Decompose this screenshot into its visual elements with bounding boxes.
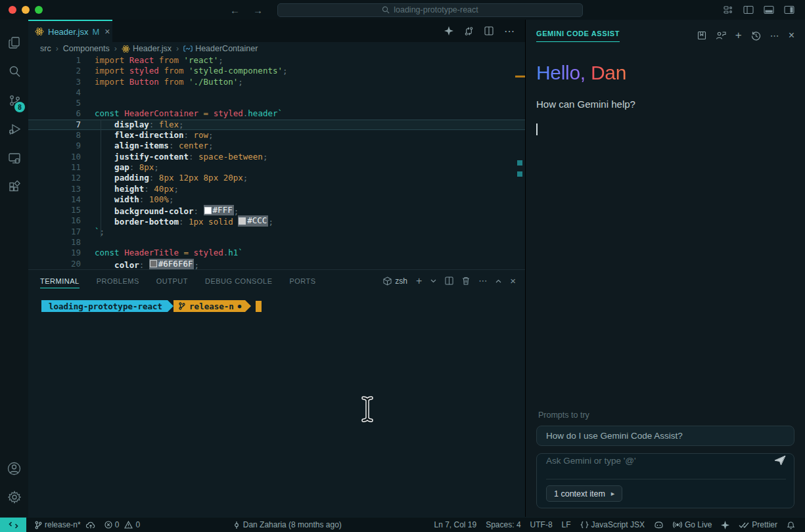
customize-layout-icon[interactable] <box>724 5 733 14</box>
line-number[interactable]: 7 <box>28 120 81 130</box>
code-line[interactable]: 7 display: flex; <box>28 120 525 130</box>
panel-tab-output[interactable]: OUTPUT <box>156 273 188 288</box>
command-center-search[interactable]: loading-prototype-react <box>277 3 583 17</box>
color-decorator[interactable]: #CCC <box>238 215 268 226</box>
breadcrumb-file[interactable]: Header.jsx <box>122 44 172 53</box>
color-swatch-icon[interactable] <box>150 260 157 267</box>
line-number[interactable]: 12 <box>28 173 81 183</box>
code-line[interactable]: 5 <box>28 98 525 108</box>
search-sidebar-icon[interactable] <box>0 57 28 86</box>
color-decorator[interactable]: #FFF <box>204 205 234 215</box>
line-number[interactable]: 19 <box>28 248 81 258</box>
send-icon[interactable] <box>774 455 786 466</box>
code-line[interactable]: 8 flex-direction: row; <box>28 130 525 141</box>
line-number[interactable]: 16 <box>28 215 81 226</box>
line-number[interactable]: 18 <box>28 237 81 248</box>
open-changes-icon[interactable] <box>464 26 474 36</box>
sparkle-status-icon[interactable] <box>716 518 734 532</box>
run-debug-icon[interactable] <box>0 115 28 144</box>
terminal-shell-entry[interactable]: zsh <box>383 277 407 286</box>
new-terminal-icon[interactable]: + <box>416 275 422 287</box>
line-number[interactable]: 13 <box>28 184 81 194</box>
commit-info[interactable]: Dan Zaharia (8 months ago) <box>228 518 346 532</box>
eol-status[interactable]: LF <box>557 518 576 532</box>
accounts-icon[interactable] <box>7 454 22 483</box>
breadcrumb-symbol[interactable]: HeaderContainer <box>183 44 258 53</box>
code-line[interactable]: 3import Button from './Button'; <box>28 77 525 87</box>
code-line[interactable]: 10 justify-content: space-between; <box>28 152 525 162</box>
cursor-position-status[interactable]: Ln 7, Col 19 <box>429 518 481 532</box>
tab-header-jsx[interactable]: Header.jsx M × <box>28 20 112 42</box>
line-number[interactable]: 17 <box>28 227 81 237</box>
source-control-icon[interactable]: 8 <box>0 86 28 115</box>
prettier-status[interactable]: Prettier <box>734 518 782 532</box>
line-number[interactable]: 5 <box>28 98 81 108</box>
code-line[interactable]: 18 <box>28 237 525 248</box>
indentation-status[interactable]: Spaces: 4 <box>481 518 525 532</box>
color-decorator[interactable]: #6F6F6F <box>149 259 195 269</box>
toggle-secondary-sidebar-icon[interactable] <box>784 5 794 14</box>
tab-close-icon[interactable]: × <box>104 26 110 37</box>
code-line[interactable]: 17`; <box>28 227 525 237</box>
gemini-sparkle-icon[interactable] <box>444 26 453 35</box>
code-line[interactable]: 6const HeaderContainer = styled.header` <box>28 108 525 119</box>
notifications-bell-icon[interactable] <box>782 518 800 532</box>
settings-gear-icon[interactable] <box>7 483 22 512</box>
code-line[interactable]: 1import React from 'react'; <box>28 55 525 66</box>
panel-tab-ports[interactable]: PORTS <box>289 273 315 288</box>
code-line[interactable]: 11 gap: 8px; <box>28 162 525 173</box>
line-number[interactable]: 10 <box>28 152 81 162</box>
terminal-dropdown-icon[interactable] <box>430 279 436 283</box>
line-number[interactable]: 14 <box>28 194 81 205</box>
remote-indicator-button[interactable] <box>0 518 26 532</box>
code-line[interactable]: 12 padding: 8px 12px 8px 20px; <box>28 173 525 183</box>
line-number[interactable]: 20 <box>28 259 81 269</box>
prompt-suggestion-button[interactable]: How do I use Gemini Code Assist? <box>536 426 794 446</box>
close-window-button[interactable] <box>9 6 16 14</box>
close-gemini-icon[interactable]: × <box>789 30 794 41</box>
context-items-button[interactable]: 1 context item ▸ <box>546 485 622 502</box>
breadcrumb-src[interactable]: src <box>40 44 51 53</box>
line-number[interactable]: 3 <box>28 77 81 87</box>
gemini-input-box[interactable]: Ask Gemini or type '@' 1 context item ▸ <box>536 453 794 508</box>
line-number[interactable]: 4 <box>28 87 81 98</box>
explorer-icon[interactable] <box>0 28 28 57</box>
color-swatch-icon[interactable] <box>239 217 246 225</box>
line-number[interactable]: 1 <box>28 55 81 66</box>
code-line[interactable]: 16 border-bottom: 1px solid #CCC; <box>28 215 525 226</box>
toggle-panel-icon[interactable] <box>764 5 774 14</box>
code-line[interactable]: 2import styled from 'styled-components'; <box>28 66 525 76</box>
feedback-icon[interactable] <box>716 31 726 40</box>
terminal-body[interactable]: loading-prototype-react release-n ● <box>28 292 525 517</box>
breadcrumb-components[interactable]: Components <box>63 44 110 53</box>
close-panel-icon[interactable]: × <box>510 275 516 286</box>
history-back-icon[interactable]: ← <box>230 5 240 16</box>
history-icon[interactable] <box>751 31 761 41</box>
code-line[interactable]: 4 <box>28 87 525 98</box>
code-editor[interactable]: 1import React from 'react';2import style… <box>28 55 525 269</box>
line-number[interactable]: 11 <box>28 162 81 173</box>
minimize-window-button[interactable] <box>22 6 30 14</box>
split-terminal-icon[interactable] <box>445 277 453 285</box>
code-line[interactable]: 15 background-color: #FFF; <box>28 205 525 215</box>
code-line[interactable]: 19const HeaderTitle = styled.h1` <box>28 248 525 258</box>
remote-explorer-icon[interactable] <box>0 144 28 173</box>
code-line[interactable]: 13 height: 40px; <box>28 184 525 194</box>
line-number[interactable]: 8 <box>28 130 81 141</box>
branch-status-button[interactable]: release-n* <box>30 518 100 532</box>
panel-more-icon[interactable]: ⋯ <box>478 276 487 286</box>
gemini-more-icon[interactable]: ⋯ <box>770 30 779 41</box>
code-line[interactable]: 9 align-items: center; <box>28 141 525 151</box>
language-mode-status[interactable]: JavaScript JSX <box>576 518 649 532</box>
line-number[interactable]: 15 <box>28 205 81 215</box>
panel-tab-terminal[interactable]: TERMINAL <box>40 273 80 288</box>
gemini-input-placeholder[interactable]: Ask Gemini or type '@' <box>546 456 636 466</box>
line-number[interactable]: 9 <box>28 141 81 151</box>
kill-terminal-trash-icon[interactable] <box>462 277 470 285</box>
go-live-button[interactable]: Go Live <box>668 518 716 532</box>
panel-tab-debug-console[interactable]: DEBUG CONSOLE <box>205 273 272 288</box>
line-number[interactable]: 2 <box>28 66 81 76</box>
zoom-window-button[interactable] <box>35 6 43 14</box>
panel-tab-problems[interactable]: PROBLEMS <box>97 273 139 288</box>
new-chat-icon[interactable]: + <box>735 29 742 42</box>
